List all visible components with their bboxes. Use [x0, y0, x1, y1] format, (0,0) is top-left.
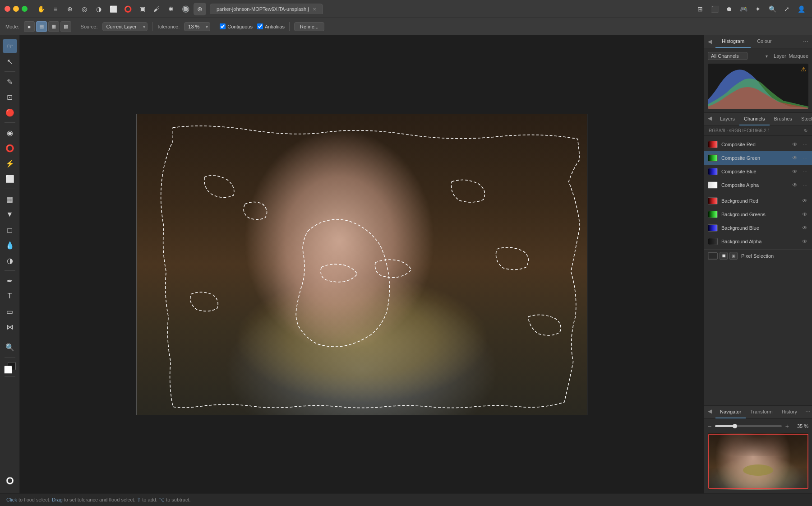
navigator-collapse-icon[interactable]: ◀	[704, 406, 715, 418]
paint-icon[interactable]: 🖌	[150, 3, 163, 15]
pointer-tool[interactable]: ↖	[3, 54, 17, 69]
zoom-slider[interactable]	[715, 425, 782, 427]
channel-options-alpha[interactable]: ⋯	[802, 182, 808, 188]
shape-tool[interactable]: ▭	[3, 304, 17, 319]
channel-eye-red[interactable]: 👁	[791, 141, 798, 148]
zoom-icon2[interactable]: 🔍	[766, 3, 779, 15]
eraser-tool[interactable]: ◻	[3, 223, 17, 237]
wand-icon[interactable]: ⊛	[194, 3, 206, 15]
histogram-channel-select[interactable]: All Channels	[708, 52, 747, 60]
tab-channels[interactable]: Channels	[739, 113, 769, 125]
channel-composite-blue[interactable]: Composite Blue 👁 ⋯	[704, 165, 812, 178]
antialias-checkbox[interactable]	[257, 23, 263, 29]
channel-bg-blue[interactable]: Background Blue 👁	[704, 221, 812, 235]
channel-eye-bg-blue[interactable]: 👁	[801, 224, 808, 232]
tab-history[interactable]: History	[777, 406, 802, 418]
tab-brushes[interactable]: Brushes	[770, 113, 797, 125]
fullscreen-icon[interactable]: ⤢	[780, 3, 793, 15]
mode-btn-2[interactable]: ▤	[36, 21, 47, 32]
fill-tool[interactable]: ▼	[3, 207, 17, 222]
tab-stock[interactable]: Stock	[797, 113, 812, 125]
record-icon[interactable]: ⏺	[723, 3, 735, 15]
contiguous-checkbox[interactable]	[220, 23, 226, 29]
gradient-tool[interactable]: ▦	[3, 192, 17, 206]
eyedropper-tool[interactable]: 🔴	[3, 105, 17, 120]
marquee-tool[interactable]: ⬜	[3, 172, 17, 186]
channel-eye-blue[interactable]: 👁	[791, 168, 798, 175]
tab-transform[interactable]: Transform	[746, 406, 777, 418]
select-rect-icon[interactable]: ⬜	[107, 3, 120, 15]
color-swatches[interactable]	[4, 362, 16, 374]
tab-close-icon[interactable]: ✕	[313, 7, 316, 12]
blur-tool[interactable]: 💧	[3, 238, 17, 252]
minimize-button[interactable]	[13, 6, 19, 12]
share-icon[interactable]: ⬛	[708, 3, 721, 15]
lasso-icon[interactable]: ⭕	[121, 3, 134, 15]
histogram-collapse-icon[interactable]: ◀	[704, 36, 715, 47]
channel-eye-bg-green[interactable]: 👁	[801, 211, 808, 218]
channels-collapse-icon[interactable]: ◀	[704, 113, 715, 125]
burn-icon[interactable]: 🔘	[179, 3, 192, 15]
channel-composite-green[interactable]: Composite Green 👁 ⋯	[704, 151, 812, 165]
crop-rect-icon[interactable]: ▣	[136, 3, 148, 15]
refine-button[interactable]: Refine...	[294, 22, 324, 31]
channel-eye-bg-red[interactable]: 👁	[801, 197, 808, 204]
channel-composite-red[interactable]: Composite Red 👁 ⋯	[704, 138, 812, 151]
foreground-color-swatch[interactable]	[4, 366, 12, 374]
assist-icon[interactable]: ✦	[752, 3, 764, 15]
lasso-tool[interactable]: ⭕	[3, 141, 17, 155]
brush-tool[interactable]: ✎	[3, 74, 17, 89]
retouch-icon[interactable]: ◎	[78, 3, 91, 15]
dodge-tool[interactable]: ◑	[3, 253, 17, 268]
mode-btn-1[interactable]: ■	[24, 21, 35, 32]
marquee-radio[interactable]: Marquee	[789, 53, 808, 59]
quick-mask-tool[interactable]	[3, 474, 17, 488]
tolerance-select[interactable]: 13 %	[184, 22, 210, 31]
source-select[interactable]: Current Layer	[102, 22, 148, 31]
maximize-button[interactable]	[22, 6, 28, 12]
channel-eye-alpha[interactable]: 👁	[791, 181, 798, 189]
document-tab[interactable]: parker-johnson-MOPTew6XITA-unsplash.j ✕	[210, 4, 323, 14]
zoom-slider-thumb[interactable]	[733, 424, 737, 428]
layer-radio[interactable]: Layer	[774, 53, 786, 59]
text-tool[interactable]: T	[3, 289, 17, 303]
close-button[interactable]	[5, 6, 10, 12]
effects-icon[interactable]: ⊕	[64, 3, 76, 15]
histogram-expand-icon[interactable]: ⋯	[799, 36, 812, 47]
plugin-icon[interactable]: 🎮	[737, 3, 750, 15]
pixel-selection-row[interactable]: 🔲 ▣ Pixel Selection	[704, 249, 812, 262]
tab-layers[interactable]: Layers	[715, 113, 739, 125]
move-tool[interactable]: ☞	[3, 39, 17, 53]
selection-brush-tool[interactable]: ◉	[3, 125, 17, 140]
channel-bg-alpha[interactable]: Background Alpha 👁	[704, 235, 812, 248]
pen-tool[interactable]: ✒	[3, 274, 17, 288]
channel-options-red[interactable]: ⋯	[802, 141, 808, 148]
slice-tool[interactable]: ⋈	[3, 320, 17, 334]
channel-eye-green[interactable]: 👁	[791, 154, 798, 162]
histogram-tab[interactable]: Histogram	[715, 35, 751, 48]
crop-tool[interactable]: ⊡	[3, 90, 17, 104]
layers-icon[interactable]: ≡	[49, 3, 62, 15]
channel-eye-bg-alpha[interactable]: 👁	[801, 238, 808, 245]
navigator-options-icon[interactable]: ⋯	[802, 406, 812, 418]
channel-composite-alpha[interactable]: Composite Alpha 👁 ⋯	[704, 178, 812, 192]
mode-btn-3[interactable]: ▦	[48, 21, 59, 32]
colour-tab[interactable]: Colour	[751, 35, 778, 48]
zoom-tool[interactable]: 🔍	[3, 340, 17, 354]
tab-navigator[interactable]: Navigator	[715, 406, 746, 418]
channel-bg-green[interactable]: Background Greens 👁	[704, 208, 812, 221]
hand-tool-icon[interactable]: ✋	[35, 3, 47, 15]
zoom-in-icon[interactable]: +	[785, 422, 789, 430]
wand-tool[interactable]: ⚡	[3, 156, 17, 171]
view-icon[interactable]: ⊞	[694, 3, 706, 15]
adjust-icon[interactable]: ◑	[92, 3, 105, 15]
channel-options-blue[interactable]: ⋯	[802, 168, 808, 175]
channel-bg-red[interactable]: Background Red 👁	[704, 194, 812, 208]
antialias-checkbox-label[interactable]: Antialiias	[257, 23, 285, 29]
zoom-out-icon[interactable]: −	[708, 422, 711, 430]
person-icon[interactable]: 👤	[795, 3, 807, 15]
mode-btn-4[interactable]: ▩	[60, 21, 71, 32]
channel-options-green[interactable]: ⋯	[802, 155, 808, 161]
stamp-icon[interactable]: ✱	[165, 3, 177, 15]
contiguous-checkbox-label[interactable]: Contiguous	[220, 23, 253, 29]
